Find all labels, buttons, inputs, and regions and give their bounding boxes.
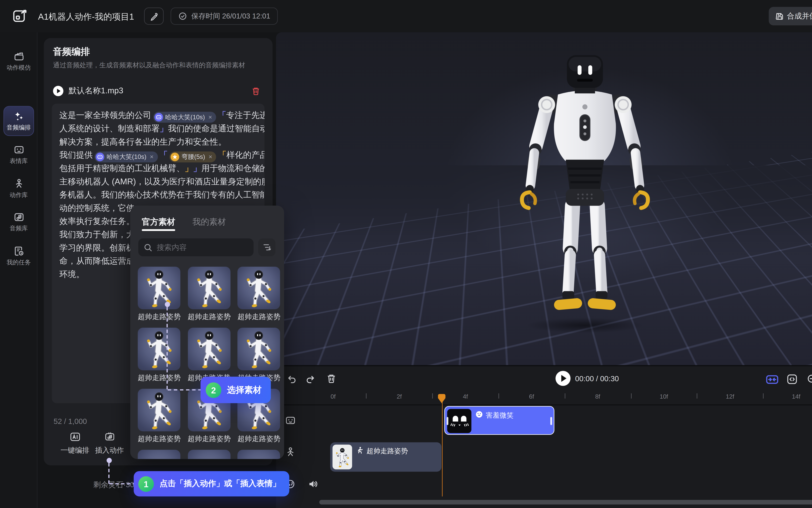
remove-tag-icon[interactable]: × [208, 111, 212, 124]
time-display: 00:00 / 00:30 [575, 374, 619, 383]
insert-motion-label: 插入动作 [95, 446, 124, 456]
sidebar-item-audio-library[interactable]: 音频库 [2, 207, 36, 237]
sparkles-icon [13, 110, 25, 122]
one-click-arrange-button[interactable]: 一键编排 [58, 431, 92, 456]
annotation-dot-insert [107, 458, 112, 463]
asset-card[interactable]: 超帅走路姿势... [138, 267, 180, 322]
remove-tag-icon[interactable]: × [150, 150, 154, 164]
asset-card-partial[interactable] [237, 450, 280, 459]
tab-my-assets[interactable]: 我的素材 [193, 216, 226, 227]
person-icon [13, 178, 25, 189]
ruler-tick [565, 393, 565, 398]
clip-right-handle[interactable] [551, 417, 552, 425]
asset-grid: 超帅走路姿势...超帅走路姿势超帅走路姿势超帅走路姿势超帅走路姿势超帅走路姿势超… [138, 267, 280, 459]
ruler-label: 6f [529, 393, 534, 400]
project-title: A1机器人动作-我的项目1 [38, 11, 134, 23]
clip-left-handle[interactable] [447, 417, 448, 425]
search-input[interactable] [157, 243, 243, 252]
ruler-label: 12f [726, 393, 734, 400]
sidebar-label: 我的任务 [7, 258, 31, 266]
step2-text: 选择素材 [227, 384, 261, 395]
asset-card[interactable]: 超帅走路姿势 [188, 267, 230, 322]
insert-motion-button[interactable]: 插入动作 [93, 431, 126, 456]
asset-thumbnail [138, 389, 180, 431]
audio-file-name: 默认名称1.mp3 [69, 86, 246, 96]
asset-card[interactable]: 超帅走路姿势 [237, 267, 280, 322]
synthesize-save-button[interactable]: 合成并保存 [769, 7, 812, 26]
search-icon [144, 243, 152, 251]
asset-card[interactable]: 超帅走路姿势 [188, 328, 230, 383]
sidebar-item-motion-library[interactable]: 动作库 [2, 173, 36, 203]
expression-clip-label: 害羞微笑 [486, 411, 513, 420]
redo-icon[interactable] [306, 374, 316, 384]
robot-model[interactable] [498, 51, 672, 326]
asset-search[interactable] [138, 239, 254, 256]
filter-icon [262, 243, 271, 252]
undo-icon[interactable] [286, 374, 297, 384]
sidebar-item-expression-library[interactable]: 表情库 [2, 139, 36, 169]
asset-card[interactable]: 超帅走路姿势 [138, 328, 180, 383]
snap-toggle-icon[interactable] [766, 374, 778, 385]
asset-card-label: 超帅走路姿势 [188, 312, 230, 322]
delete-audio-icon[interactable] [251, 86, 260, 96]
expression-clip-thumbnail [447, 409, 472, 433]
expression-tag[interactable]: 哈哈大笑(10s)× [153, 112, 216, 123]
ruler-tick [763, 393, 764, 398]
ruler-label: 14f [792, 393, 801, 400]
sidebar-item-motion-imitate[interactable]: 动作模仿 [2, 46, 36, 76]
audio-play-button[interactable] [53, 86, 63, 96]
remove-tag-icon[interactable]: × [208, 150, 212, 164]
motion-track-icon [285, 446, 296, 458]
expression-tag[interactable]: 哈哈大笑(10s)× [94, 152, 158, 162]
asset-thumbnail [138, 328, 180, 370]
fit-view-icon[interactable] [787, 374, 798, 385]
rename-button[interactable] [144, 7, 164, 25]
expression-clip-selected[interactable]: 害羞微笑 [444, 406, 555, 435]
timeline-ruler[interactable]: 0f2f4f6f8f10f12f14f16f [326, 390, 812, 404]
sidebar-item-my-tasks[interactable]: 我的任务 [2, 241, 36, 271]
onboarding-step2: 2 选择素材 [201, 377, 271, 403]
sidebar-label: 音频编排 [7, 124, 31, 132]
zoom-out-icon[interactable] [807, 374, 812, 385]
ruler-tick [631, 393, 632, 398]
char-counter: 52 / 1,000 [53, 417, 87, 426]
asset-thumbnail [237, 328, 280, 370]
step1-text: 点击「插入动作」或「插入表情」 [160, 479, 281, 489]
sidebar-label: 表情库 [10, 157, 28, 165]
filter-button[interactable] [258, 239, 276, 256]
asset-picker-popup: 官方素材 我的素材 超帅走路姿势...超帅走路姿势超帅走路姿势超帅走路姿势超帅走… [130, 206, 284, 459]
motion-clip-label: 超帅走路姿势 [367, 446, 408, 456]
ruler-label: 2f [397, 393, 402, 400]
synthesize-save-label: 合成并保存 [787, 11, 812, 21]
ruler-tick [697, 393, 697, 398]
remaining-gems-label: 剩余灵石·300 [93, 480, 138, 490]
motion-clip[interactable]: 超帅走路姿势 [330, 442, 441, 472]
app-logo-icon [13, 9, 29, 24]
delete-clip-icon[interactable] [326, 373, 336, 383]
asset-card-label: 超帅走路姿势 [237, 434, 280, 444]
save-time-chip[interactable]: 保存时间 26/01/03 12:01 [170, 7, 278, 25]
ruler-label: 8f [595, 393, 600, 400]
expression-tag-icon [154, 113, 163, 122]
viewport-3d[interactable]: Z X Y [276, 32, 812, 365]
asset-card[interactable]: 超帅走路姿势 [138, 389, 180, 444]
sidebar-item-audio-arrange[interactable]: 音频编排 [3, 106, 34, 136]
ruler-label: 4f [463, 393, 468, 400]
music-box-icon [13, 211, 25, 223]
annotation-line [110, 483, 136, 484]
asset-card[interactable]: 超帅走路姿势 [237, 328, 280, 383]
annotation-line [108, 463, 110, 484]
asset-thumbnail [237, 267, 280, 309]
asset-card-partial[interactable] [188, 450, 230, 459]
playhead-line[interactable] [442, 395, 443, 497]
motion-tag[interactable]: 弯腰(5s)× [169, 152, 216, 162]
timeline-scrollbar[interactable] [319, 500, 812, 504]
play-button[interactable] [556, 371, 570, 386]
active-tab-underline [142, 229, 175, 230]
asset-thumbnail [188, 328, 230, 370]
walking-person-icon [356, 446, 364, 454]
tab-official-assets[interactable]: 官方素材 [142, 216, 175, 227]
asset-card-partial[interactable] [138, 450, 180, 459]
emoji-face-icon [475, 411, 483, 418]
tasks-icon [13, 245, 25, 257]
